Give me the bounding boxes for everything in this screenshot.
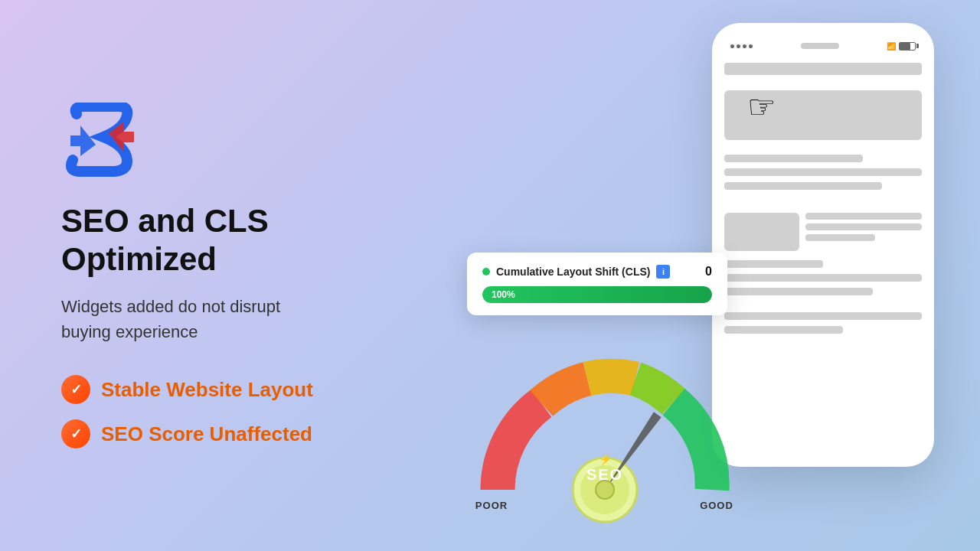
sk3	[724, 182, 882, 190]
svg-text:SEO: SEO	[586, 466, 623, 483]
cls-value: 0	[705, 265, 712, 279]
cls-card-header: Cumulative Layout Shift (CLS) i 0	[482, 265, 712, 279]
cls-card-title: Cumulative Layout Shift (CLS) i	[482, 265, 670, 279]
sk-line3	[805, 234, 875, 241]
features-list: Stable Website Layout SEO Score Unaffect…	[61, 375, 368, 448]
seo-gauge-container: ⚡ SEO POOR GOOD	[459, 329, 750, 528]
cls-percent: 100%	[492, 289, 515, 300]
svg-text:⚡: ⚡	[599, 453, 612, 466]
cls-card: Cumulative Layout Shift (CLS) i 0 100%	[467, 253, 727, 315]
sk-block1	[724, 213, 799, 251]
feature-text-2: SEO Score Unaffected	[101, 422, 312, 446]
phone-content-rows	[724, 155, 922, 334]
sk-row1	[724, 213, 922, 251]
sk6	[724, 288, 873, 295]
right-section: 📶 ☞	[429, 0, 980, 551]
wifi-icon: 📶	[887, 42, 896, 51]
phone-signal-dots	[730, 44, 753, 48]
cls-progress-bar: 100%	[482, 286, 712, 303]
sk7	[724, 312, 922, 320]
check-badge-2	[61, 419, 90, 448]
phone-notch	[801, 43, 839, 49]
sk5	[724, 274, 922, 282]
phone-status-bar: 📶	[724, 38, 922, 54]
brand-logo	[61, 103, 138, 179]
sk-line2	[805, 223, 922, 230]
check-badge-1	[61, 375, 90, 404]
svg-text:POOR: POOR	[475, 500, 508, 511]
phone-battery-area: 📶	[887, 42, 916, 51]
svg-text:GOOD: GOOD	[700, 500, 733, 511]
green-dot-icon	[482, 268, 490, 276]
main-title: SEO and CLS Optimized	[61, 202, 368, 279]
feature-item-1: Stable Website Layout	[61, 375, 368, 404]
sk2	[724, 168, 922, 176]
left-section: SEO and CLS Optimized Widgets added do n…	[0, 57, 429, 495]
sk1	[724, 155, 863, 162]
sk-line1	[805, 213, 922, 220]
info-icon: i	[656, 265, 670, 279]
sk-col	[805, 213, 922, 251]
feature-text-1: Stable Website Layout	[101, 378, 313, 402]
battery-icon	[899, 42, 916, 51]
skeleton-top-bar	[724, 63, 922, 75]
sk4	[724, 260, 823, 268]
seo-gauge-svg: ⚡ SEO POOR GOOD	[459, 329, 750, 528]
page-wrapper: SEO and CLS Optimized Widgets added do n…	[0, 0, 980, 551]
feature-item-2: SEO Score Unaffected	[61, 419, 368, 448]
cursor-hand-icon: ☞	[747, 88, 776, 126]
svg-point-4	[596, 481, 614, 499]
cls-progress-fill: 100%	[482, 286, 712, 303]
logo-container	[61, 103, 138, 179]
phone-hand-area: ☞	[724, 84, 922, 145]
skeleton-right-blocks	[847, 112, 922, 117]
subtitle: Widgets added do not disrupt buying expe…	[61, 294, 368, 344]
